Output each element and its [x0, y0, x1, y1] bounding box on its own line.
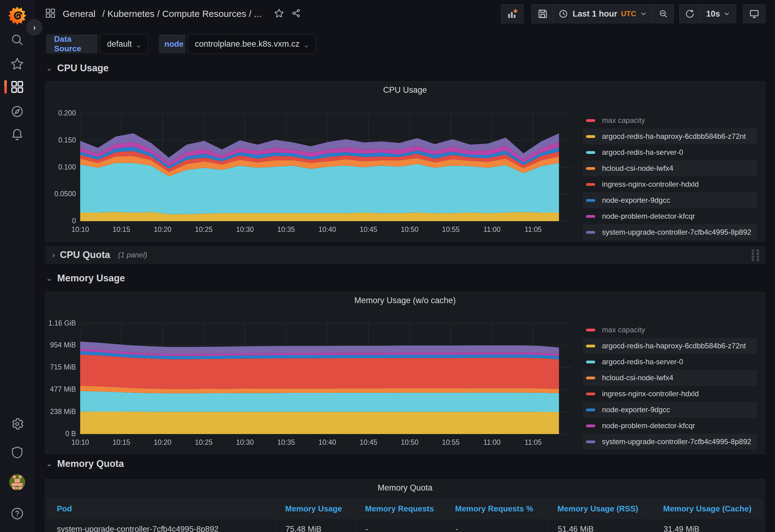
sidebar-expand-button[interactable]: ›	[26, 19, 42, 35]
legend-item[interactable]: system-upgrade-controller-7cfb4c4995-8p8…	[583, 224, 757, 240]
x-axis-label: 11:00	[471, 438, 514, 447]
legend-color-chip	[586, 329, 595, 331]
legend-color-chip	[586, 199, 595, 202]
share-icon[interactable]	[291, 8, 301, 20]
legend-label: argocd-redis-ha-haproxy-6cdbb584b6-z72nt	[602, 342, 746, 350]
x-axis-label: 10:40	[306, 438, 349, 447]
save-dashboard-button[interactable]	[531, 4, 554, 23]
user-avatar[interactable]	[0, 472, 34, 492]
legend-label: node-problem-detector-kfcqr	[602, 212, 695, 221]
legend-item[interactable]: argocd-redis-ha-haproxy-6cdbb584b6-z72nt	[583, 128, 757, 144]
y-axis-label: 477 MiB	[33, 385, 76, 393]
breadcrumb[interactable]: / Kubernetes / Compute Resources / ...	[102, 9, 262, 19]
time-range-picker[interactable]: Last 1 hour UTC	[553, 4, 653, 23]
section-memory-usage[interactable]: ⌄ Memory Usage	[46, 273, 125, 284]
legend-item[interactable]: max capacity	[583, 322, 757, 338]
active-indicator	[4, 80, 7, 94]
timezone-label: UTC	[621, 10, 636, 18]
dashboard-apps-icon	[45, 8, 56, 20]
table-header-cell[interactable]: Memory Usage	[275, 499, 355, 519]
cpu-usage-chart[interactable]: 00.05000.1000.1500.20010:1010:1510:2010:…	[80, 113, 572, 221]
help-icon[interactable]	[0, 504, 34, 523]
add-panel-button[interactable]	[501, 4, 524, 23]
zoom-out-time-button[interactable]	[653, 4, 674, 23]
alerting-bell-icon[interactable]	[0, 124, 34, 144]
table-header-cell[interactable]: Pod	[47, 499, 275, 519]
legend-color-chip	[586, 119, 595, 122]
legend-item[interactable]: max capacity	[583, 112, 757, 128]
breadcrumb-root[interactable]: General	[63, 9, 96, 19]
legend-item[interactable]: node-exporter-9dgcc	[583, 192, 757, 208]
panel-title[interactable]: Memory Quota	[45, 483, 765, 493]
legend-label: system-upgrade-controller-7cfb4c4995-8p8…	[602, 228, 751, 237]
legend-item[interactable]: node-exporter-9dgcc	[583, 402, 757, 418]
tv-mode-button[interactable]	[743, 4, 765, 23]
legend-item[interactable]: hcloud-csi-node-lwfx4	[583, 160, 757, 176]
legend-item[interactable]: argocd-redis-ha-haproxy-6cdbb584b6-z72nt	[583, 338, 757, 354]
legend-label: argocd-redis-ha-server-0	[602, 148, 683, 157]
legend-item[interactable]: node-problem-detector-kfcqr	[583, 208, 757, 224]
variable-value-node[interactable]: controlplane.bee.k8s.vxm.cz	[188, 34, 316, 53]
series-area	[80, 391, 559, 412]
legend-item[interactable]: argocd-redis-ha-server-0	[583, 354, 757, 370]
memory-quota-table: PodMemory UsageMemory RequestsMemory Req…	[47, 499, 763, 532]
configuration-gear-icon[interactable]	[0, 414, 34, 434]
memory-quota-panel: Memory Quota PodMemory UsageMemory Reque…	[45, 479, 765, 532]
section-cpu-quota[interactable]: › CPU Quota (1 panel)	[45, 246, 765, 264]
explore-compass-icon[interactable]	[0, 102, 34, 121]
memory-usage-legend: max capacityargocd-redis-ha-haproxy-6cdb…	[583, 322, 757, 450]
legend-label: node-problem-detector-kfcqr	[602, 421, 695, 430]
x-axis-label: 11:00	[471, 225, 514, 234]
table-header-cell[interactable]: Memory Usage (RSS)	[548, 499, 653, 519]
series-area	[80, 412, 559, 434]
legend-label: argocd-redis-ha-server-0	[602, 358, 683, 366]
legend-color-chip	[586, 135, 595, 138]
memory-usage-chart[interactable]: 0 B238 MiB477 MiB715 MiB954 MiB1.16 GiB1…	[80, 323, 572, 434]
legend-color-chip	[586, 345, 595, 347]
legend-color-chip	[586, 377, 595, 379]
panel-title[interactable]: CPU Usage	[45, 85, 765, 95]
legend-item[interactable]: hcloud-csi-node-lwfx4	[583, 370, 757, 386]
table-cell: -	[445, 519, 548, 532]
chevron-down-icon	[304, 41, 309, 46]
y-axis-label: 0 B	[33, 430, 76, 438]
x-axis-label: 10:10	[59, 438, 102, 447]
legend-item[interactable]: node-problem-detector-kfcqr	[583, 418, 757, 434]
memory-usage-panel: Memory Usage (w/o cache) 0 B238 MiB477 M…	[45, 292, 765, 454]
x-axis-label: 10:50	[388, 438, 431, 447]
table-header-cell[interactable]: Memory Requests %	[445, 499, 548, 519]
row-drag-handle[interactable]	[752, 249, 760, 261]
legend-label: max capacity	[602, 326, 645, 334]
star-dashboard-icon[interactable]	[274, 8, 284, 20]
refresh-button[interactable]	[679, 4, 701, 23]
chevron-down-icon	[136, 41, 141, 46]
refresh-interval-dropdown[interactable]: 10s	[700, 4, 736, 23]
server-admin-shield-icon[interactable]	[0, 443, 34, 462]
x-axis-label: 10:45	[347, 438, 390, 447]
table-header-row: PodMemory UsageMemory RequestsMemory Req…	[47, 499, 763, 519]
section-memory-quota[interactable]: ⌄ Memory Quota	[46, 458, 124, 469]
legend-color-chip	[586, 424, 595, 427]
section-cpu-usage[interactable]: ⌄ CPU Usage	[46, 63, 108, 74]
y-axis-label: 0	[33, 217, 76, 225]
variable-value-datasource[interactable]: default	[100, 34, 148, 53]
table-header-cell[interactable]: Memory Usage (Cache)	[653, 499, 762, 519]
legend-item[interactable]: ingress-nginx-controller-hdxld	[583, 176, 757, 192]
panel-title[interactable]: Memory Usage (w/o cache)	[45, 296, 765, 305]
y-axis-label: 0.100	[33, 163, 76, 171]
x-axis-label: 11:05	[512, 438, 555, 447]
legend-item[interactable]: ingress-nginx-controller-hdxld	[583, 386, 757, 402]
legend-item[interactable]: system-upgrade-controller-7cfb4c4995-8p8…	[583, 434, 757, 450]
x-axis-label: 10:10	[59, 225, 102, 234]
chevron-down-icon: ⌄	[46, 460, 52, 468]
table-header-cell[interactable]: Memory Requests	[355, 499, 445, 519]
starred-dashboards-icon[interactable]	[0, 54, 34, 74]
table-cell: 31.49 MiB	[653, 519, 762, 532]
legend-item[interactable]: argocd-redis-ha-server-0	[583, 144, 757, 160]
variable-label-node: node	[159, 34, 185, 53]
section-title: Memory Usage	[57, 273, 125, 284]
x-axis-label: 10:25	[182, 225, 225, 234]
table-cell: -	[355, 519, 445, 532]
x-axis-label: 11:05	[512, 225, 555, 234]
dashboards-icon[interactable]	[0, 77, 34, 97]
